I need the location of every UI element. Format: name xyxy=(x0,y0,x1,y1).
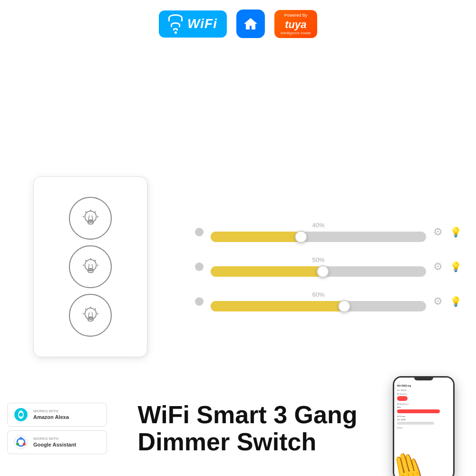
slider-thumb-3[interactable] xyxy=(338,300,350,312)
slider-track-3[interactable] xyxy=(211,301,426,311)
slider-fill-1 xyxy=(211,232,301,242)
wifi-icon xyxy=(168,14,183,34)
switch-button-2[interactable] xyxy=(69,245,112,288)
tuya-badge: Powered By tuya Intelligence Inside xyxy=(274,10,317,38)
switch-button-3[interactable] xyxy=(69,294,112,337)
alexa-badge: WORKS WITH Amazon Alexa xyxy=(7,403,107,427)
phone-range-label: All Range xyxy=(397,415,450,418)
switch-button-1[interactable] xyxy=(69,197,112,240)
svg-line-24 xyxy=(95,309,96,310)
slider-container-2: 50% xyxy=(211,256,426,277)
slider-thumb-2[interactable] xyxy=(317,265,329,278)
alexa-badge-text: WORKS WITH Amazon Alexa xyxy=(33,409,69,421)
switch-device xyxy=(33,176,147,357)
svg-line-27 xyxy=(88,312,89,317)
phone-brightness-value: 88% xyxy=(397,406,450,408)
product-title-area: WiFi Smart 3 Gang Dimmer Switch xyxy=(114,397,381,460)
product-title-line2: Dimmer Switch xyxy=(138,428,358,456)
phone-app-subtitle: bee 调光开... xyxy=(397,389,450,391)
product-title-line1: WiFi Smart 3 Gang xyxy=(138,401,358,428)
slider-row-2: 50% ⚙ 💡 xyxy=(195,256,462,277)
phone-toggle[interactable] xyxy=(397,396,408,401)
svg-point-37 xyxy=(16,443,19,446)
phone-all-switches-label: All Switches xyxy=(397,393,450,395)
tuya-sub-label: Intelligence Inside xyxy=(281,31,311,35)
google-works-with: WORKS WITH xyxy=(33,437,76,441)
wifi-label: WiFi xyxy=(187,16,217,31)
bottom-section: WORKS WITH Amazon Alexa WORKS WITH Googl… xyxy=(0,381,476,476)
slider-percent-3: 60% xyxy=(211,291,426,298)
gear-icon-1: ⚙ xyxy=(433,226,443,238)
svg-line-13 xyxy=(85,260,86,261)
alexa-brand-name: Amazon Alexa xyxy=(33,414,69,420)
svg-line-4 xyxy=(95,212,96,213)
google-badge-text: WORKS WITH Google Assistant xyxy=(33,437,76,448)
bulb-icon-2: 💡 xyxy=(450,261,462,272)
svg-line-28 xyxy=(92,312,93,317)
slider-percent-1: 40% xyxy=(211,222,426,229)
slider-row-1: 40% ⚙ 💡 xyxy=(195,222,462,242)
slider-start-dot-1 xyxy=(195,228,204,236)
slider-fill-2 xyxy=(211,266,323,277)
slider-container-1: 40% xyxy=(211,222,426,242)
svg-line-23 xyxy=(85,309,86,310)
tuya-powered-by-label: Powered By xyxy=(284,13,308,18)
svg-line-3 xyxy=(85,212,86,213)
alexa-icon xyxy=(13,407,29,422)
slider-row-3: 60% ⚙ 💡 xyxy=(195,291,462,311)
svg-point-35 xyxy=(19,437,22,440)
google-assistant-icon xyxy=(13,435,29,450)
svg-line-14 xyxy=(95,260,96,261)
phone-range-value: 1%~100% xyxy=(397,418,450,421)
bulb-icon-3: 💡 xyxy=(450,296,462,307)
alexa-works-with: WORKS WITH xyxy=(33,409,69,414)
phone-range-bar[interactable] xyxy=(397,422,434,425)
bulb-icon-1: 💡 xyxy=(450,226,462,238)
smarthome-icon xyxy=(236,10,265,38)
svg-line-8 xyxy=(92,215,93,220)
slider-thumb-1[interactable] xyxy=(295,231,307,243)
phone-app-title: NH-SWQ-zig xyxy=(397,384,450,387)
tuya-logo: tuya xyxy=(285,19,306,31)
product-title: WiFi Smart 3 Gang Dimmer Switch xyxy=(138,401,358,456)
slider-fill-3 xyxy=(211,301,344,311)
svg-line-7 xyxy=(88,215,89,220)
wifi-badge: WiFi xyxy=(159,10,227,38)
slider-start-dot-2 xyxy=(195,262,204,271)
phone-brightness-bar[interactable] xyxy=(397,409,440,413)
slider-track-2[interactable] xyxy=(211,266,426,277)
google-badge: WORKS WITH Google Assistant xyxy=(7,430,107,454)
slider-track-1[interactable] xyxy=(211,232,426,242)
svg-point-32 xyxy=(19,413,23,417)
smart-badges: WORKS WITH Amazon Alexa WORKS WITH Googl… xyxy=(0,396,114,461)
gear-icon-3: ⚙ xyxy=(433,295,443,308)
phone-mockup-area: NH-SWQ-zig bee 调光开... All Switches All B… xyxy=(381,376,476,476)
slider-start-dot-3 xyxy=(195,297,204,306)
phone-device-label: Device xyxy=(397,427,450,429)
top-bar: WiFi Powered By tuya Intelligence Inside xyxy=(0,5,476,43)
svg-line-18 xyxy=(92,264,93,268)
svg-point-36 xyxy=(23,443,26,446)
slider-container-3: 60% xyxy=(211,291,426,311)
svg-line-17 xyxy=(88,264,89,268)
phone-brightness-label: All Brightness xyxy=(397,403,450,405)
google-brand-name: Google Assistant xyxy=(33,441,76,448)
phone-notch xyxy=(414,378,433,380)
slider-percent-2: 50% xyxy=(211,256,426,263)
gear-icon-2: ⚙ xyxy=(433,261,443,273)
